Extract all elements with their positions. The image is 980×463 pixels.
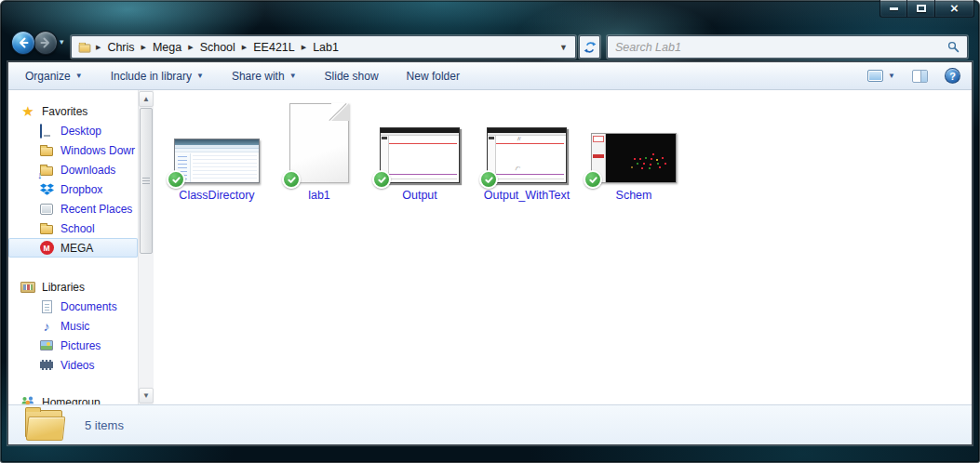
details-pane: 5 items	[8, 404, 972, 444]
sidebar-item-music[interactable]: ♪ Music	[8, 316, 138, 336]
file-list-pane[interactable]: ClassDirectory lab1	[154, 90, 972, 404]
sidebar-section-homegroup[interactable]: Homegroup	[8, 392, 138, 404]
file-lab1[interactable]: lab1	[275, 103, 364, 202]
share-with-button[interactable]: Share with ▼	[232, 70, 297, 83]
slide-show-button[interactable]: Slide show	[325, 70, 379, 83]
breadcrumb-separator: ▶	[137, 44, 151, 51]
downloads-icon: ↓	[39, 163, 54, 178]
new-folder-button[interactable]: New folder	[407, 70, 460, 83]
file-classdirectory[interactable]: ClassDirectory	[165, 139, 269, 202]
minimize-icon	[890, 7, 898, 10]
explorer-screenshot-thumbnail	[174, 139, 260, 183]
file-name-label[interactable]: Output_WithText	[484, 189, 570, 202]
command-toolbar: Organize ▼ Include in library ▼ Share wi…	[8, 62, 972, 90]
sidebar-item-label: Videos	[60, 359, 94, 372]
folder-icon	[25, 410, 64, 441]
sidebar-item-pictures[interactable]: Pictures	[8, 336, 138, 355]
videos-icon	[39, 358, 54, 373]
explorer-window: × ▾ ▶ Chris ▶ Mega ▶ School ▶ EE421L ▶ L…	[0, 0, 980, 463]
folder-icon	[79, 45, 91, 53]
include-in-library-button[interactable]: Include in library ▼	[111, 70, 204, 83]
sidebar-item-documents[interactable]: Documents	[8, 297, 138, 316]
file-name-label[interactable]: Schem	[616, 189, 652, 202]
homegroup-label: Homegroup	[42, 396, 101, 405]
change-view-button[interactable]: ▼	[867, 70, 895, 82]
sync-check-badge	[167, 170, 185, 189]
navigation-bar: ▾ ▶ Chris ▶ Mega ▶ School ▶ EE421L ▶ Lab…	[0, 28, 980, 61]
sidebar-item-downloads[interactable]: ↓ Downloads	[8, 160, 138, 179]
sidebar-item-mega[interactable]: M MEGA	[8, 238, 138, 258]
breadcrumb-segment-mega[interactable]: Mega	[151, 41, 183, 54]
search-input[interactable]	[608, 41, 947, 54]
sync-check-badge	[282, 170, 301, 189]
sidebar-item-label: Recent Places	[60, 203, 132, 216]
dropbox-icon	[39, 182, 54, 197]
favorites-label: Favorites	[42, 105, 87, 118]
breadcrumb-separator: ▶	[237, 44, 251, 51]
file-schem[interactable]: Schem	[585, 133, 682, 202]
scroll-up-button[interactable]: ▲	[139, 91, 154, 107]
star-icon: ★	[20, 104, 35, 119]
navigation-pane: ★ Favorites Desktop Windows Dowr ↓ Downl…	[8, 90, 138, 404]
address-dropdown-icon[interactable]: ▼	[559, 43, 575, 52]
file-name-label[interactable]: lab1	[308, 189, 330, 202]
scrollbar-thumb[interactable]	[140, 108, 153, 254]
chevron-down-icon: ▼	[289, 72, 297, 80]
share-with-label: Share with	[232, 70, 285, 83]
desktop-icon	[39, 124, 54, 139]
breadcrumb-segment-lab1[interactable]: Lab1	[311, 41, 341, 54]
scroll-down-button[interactable]: ▼	[139, 388, 154, 403]
file-output[interactable]: Output	[371, 127, 468, 202]
sidebar-item-school[interactable]: School	[8, 218, 138, 238]
minimize-button[interactable]	[879, 0, 907, 18]
file-name-label[interactable]: Output	[402, 189, 437, 202]
explorer-body: ★ Favorites Desktop Windows Dowr ↓ Downl…	[8, 90, 972, 404]
help-button[interactable]: ?	[945, 68, 960, 84]
chevron-down-icon: ▼	[888, 72, 895, 80]
sidebar-item-windows-downloads[interactable]: Windows Dowr	[8, 140, 138, 160]
waveform-annotated-thumbnail: /\′ /′`′	[487, 127, 567, 183]
pictures-icon	[39, 338, 54, 353]
sidebar-item-label: School	[60, 222, 95, 235]
address-bar[interactable]: ▶ Chris ▶ Mega ▶ School ▶ EE421L ▶ Lab1 …	[71, 35, 576, 59]
sidebar-item-label: Windows Dowr	[60, 144, 135, 157]
sync-check-badge	[584, 170, 602, 189]
sidebar-scrollbar[interactable]: ▲ ▼	[138, 90, 154, 404]
file-name-label[interactable]: ClassDirectory	[179, 189, 254, 202]
maximize-icon	[917, 5, 926, 12]
sidebar-item-desktop[interactable]: Desktop	[8, 121, 138, 140]
breadcrumb-separator: ▶	[183, 44, 197, 51]
breadcrumb-segment-school[interactable]: School	[198, 41, 237, 54]
music-icon: ♪	[39, 319, 54, 334]
back-button[interactable]	[11, 31, 35, 55]
file-output-withtext[interactable]: /\′ /′`′ Output_WithText	[472, 127, 582, 202]
breadcrumb-separator: ▶	[91, 44, 105, 51]
sidebar-item-dropbox[interactable]: Dropbox	[8, 179, 138, 199]
refresh-button[interactable]	[579, 35, 600, 59]
blank-document-thumbnail	[289, 103, 349, 183]
sidebar-item-label: Music	[60, 320, 89, 333]
sidebar-section-favorites[interactable]: ★ Favorites	[8, 101, 138, 121]
window-controls: ×	[880, 0, 974, 18]
sidebar-item-videos[interactable]: Videos	[8, 355, 138, 375]
views-icon	[867, 70, 883, 82]
sidebar-section-libraries[interactable]: Libraries	[8, 277, 138, 297]
close-icon: ×	[950, 2, 959, 15]
sidebar-item-label: Pictures	[60, 339, 101, 352]
sync-check-badge	[479, 170, 498, 189]
search-icon[interactable]	[947, 41, 960, 53]
close-button[interactable]: ×	[934, 0, 974, 18]
sidebar-item-recent-places[interactable]: Recent Places	[8, 199, 138, 218]
item-count-label: 5 items	[85, 418, 124, 432]
breadcrumb-segment-ee421l[interactable]: EE421L	[251, 41, 296, 54]
folder-icon	[39, 221, 54, 236]
maximize-button[interactable]	[906, 0, 935, 18]
window-content: Organize ▼ Include in library ▼ Share wi…	[7, 61, 973, 445]
breadcrumb-segment-chris[interactable]: Chris	[105, 41, 136, 54]
sidebar-item-label: Dropbox	[60, 183, 102, 196]
forward-button[interactable]	[34, 31, 58, 55]
waveform-screenshot-thumbnail	[380, 127, 460, 183]
recent-pages-dropdown[interactable]: ▾	[60, 37, 64, 46]
preview-pane-button[interactable]	[912, 70, 928, 83]
organize-button[interactable]: Organize ▼	[25, 70, 83, 83]
